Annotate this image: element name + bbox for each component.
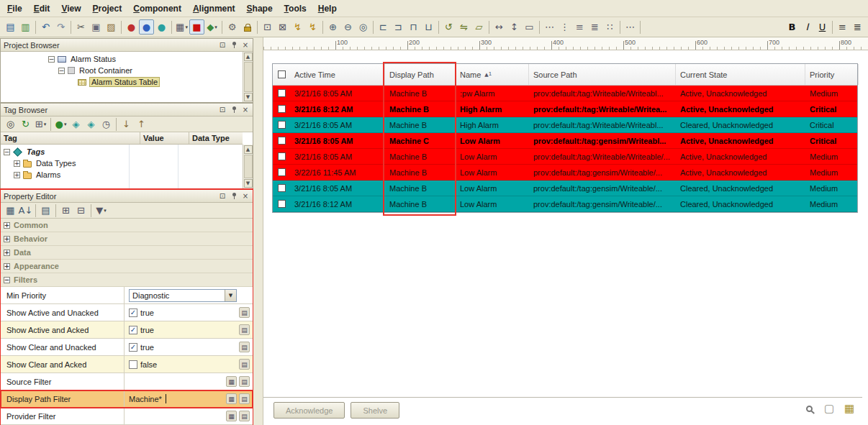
checkbox[interactable] [129,360,137,369]
close-icon[interactable]: × [241,192,250,201]
collapse-icon[interactable]: − [48,56,55,63]
alarm-row[interactable]: 3/21/16 8:05 AMMachine BLow Alarmprov:de… [273,149,857,165]
align-left-icon[interactable]: ⊏ [376,19,391,35]
tag-browser-scrollbar[interactable]: ▲ ▼ [243,145,253,188]
alarm-row[interactable]: 3/21/16 8:12 AMMachine BLow Alarmprov:de… [273,196,857,212]
lock-icon[interactable] [240,19,255,35]
selection-frame-icon[interactable]: ⊡ [260,19,275,35]
tag-column-tag[interactable]: Tag [1,132,140,144]
menu-project[interactable]: Project [87,1,128,17]
skew-icon[interactable]: ▱ [471,19,487,35]
stop-icon[interactable]: ■ [189,19,204,35]
section-appearance[interactable]: +Appearance [1,260,253,273]
pin-icon[interactable] [230,192,238,201]
zoom-in-icon[interactable]: ⊕ [325,19,340,35]
binding-icon[interactable]: ▤ [239,324,250,335]
menu-component[interactable]: Component [127,1,187,17]
alarm-row[interactable]: 3/21/16 8:05 AMMachine CLow Alarmprov:de… [273,133,857,149]
menu-file[interactable]: File [1,1,28,17]
update-project-icon[interactable]: ▥ [18,19,33,35]
menu-alignment[interactable]: Alignment [187,1,241,17]
checkbox[interactable]: ✓ [129,343,137,352]
property-editor-titlebar[interactable]: Property Editor ⊡× [1,190,253,203]
binding-icon[interactable]: ▤ [239,342,250,352]
zoom-reset-icon[interactable]: ◎ [356,19,371,35]
row-checkbox[interactable] [278,184,286,192]
scroll-down-icon[interactable]: ▼ [244,93,253,101]
binding-icon[interactable]: ▤ [239,411,250,421]
cut-icon[interactable]: ✂ [73,19,89,35]
pin-icon[interactable] [230,41,238,50]
quick-launch-alt-icon[interactable]: ↯ [305,19,320,35]
match-size-icon[interactable]: ▭ [522,19,537,35]
translation-icon[interactable]: ● [154,19,169,35]
center-components-icon[interactable]: ∷ [602,19,618,35]
tag-column-data-type[interactable]: Data Type [189,132,243,144]
open-project-icon[interactable]: ▤ [3,19,18,35]
tag-history-icon[interactable]: ◷ [99,116,114,132]
min-priority-dropdown[interactable]: Diagnostic▼ [129,289,237,302]
shelve-button[interactable]: Shelve [351,402,399,419]
table-options-icon[interactable]: ▦▾ [174,19,189,35]
gear-icon[interactable]: ⚙ [225,19,240,35]
tag-browser-titlebar[interactable]: Tag Browser ⊡× [1,104,253,116]
float-window-icon[interactable]: ⊡ [218,41,227,50]
row-checkbox[interactable] [278,152,286,160]
filter-props-icon[interactable]: ▼▾ [94,203,109,218]
space-v-icon[interactable]: ≣ [587,19,602,35]
find-tag-icon[interactable]: ◎ [3,116,18,132]
text-align-left-icon[interactable]: ≡ [835,19,850,35]
dock-splitter[interactable] [253,37,263,425]
float-window-icon[interactable]: ⊡ [218,192,227,201]
project-node-alarm-status[interactable]: −Alarm Status [1,53,253,65]
rotate-ccw-icon[interactable]: ↺ [441,19,456,35]
menu-edit[interactable]: Edit [28,1,56,17]
column-header-source-path[interactable]: Source Path [529,64,676,85]
binding-icon[interactable]: ▤ [239,393,250,404]
expand-icon[interactable]: + [4,263,10,270]
paste-icon[interactable]: ▨ [104,19,119,35]
expand-icon[interactable]: + [14,160,20,167]
undo-icon[interactable]: ↶ [38,19,53,35]
refresh-tags-icon[interactable]: ↻ [18,116,33,132]
binding-icon[interactable]: ▤ [239,376,250,387]
text-align-justify-icon[interactable]: ≣ [850,19,865,35]
column-header-priority[interactable]: Priority [805,64,859,85]
alarm-row[interactable]: 3/21/16 8:05 AMMachine B:pw Alarmprov:de… [273,86,857,101]
collapse-icon[interactable]: − [58,68,65,74]
column-header-display-path[interactable]: Display Path [385,64,456,85]
menu-help[interactable]: Help [312,1,343,17]
match-width-icon[interactable]: ↔ [492,19,507,35]
expand-icon[interactable]: + [4,236,10,242]
alarm-row[interactable]: 3/21/16 8:05 AMMachine BHigh Alarmprov:d… [273,117,857,133]
property-value[interactable]: ✓true [125,304,221,321]
project-node-root-container[interactable]: −Root Container [1,65,253,76]
row-checkbox[interactable] [278,137,286,145]
section-behavior[interactable]: +Behavior [1,232,253,246]
dataset-view-icon[interactable]: ▦ [842,401,856,416]
row-checkbox[interactable] [278,89,286,97]
column-header-name[interactable]: Name▲1 [456,64,529,85]
align-bottom-icon[interactable]: ⊔ [421,19,436,35]
column-header-active-time[interactable]: Active Time [290,64,385,85]
row-checkbox[interactable] [278,200,286,208]
space-h-icon[interactable]: ≡ [572,19,587,35]
menu-tools[interactable]: Tools [279,1,312,17]
quick-launch-icon[interactable]: ↯ [290,19,305,35]
new-tag-icon[interactable]: ⊞▾ [33,116,48,132]
checkbox[interactable]: ✓ [129,326,137,334]
underline-icon[interactable]: U [815,19,830,35]
more-tools-icon[interactable]: ⋯ [623,19,638,35]
tag-node-tags[interactable]: −Tags [1,146,253,157]
report-panel-icon[interactable]: ▢ [822,401,836,416]
italic-icon[interactable]: I [800,19,815,35]
close-icon[interactable]: × [241,41,250,50]
project-browser-scrollbar[interactable]: ▲ ▼ [243,52,253,102]
alarm-row[interactable]: 3/21/16 8:05 AMMachine BLow Alarmprov:de… [273,180,857,196]
row-checkbox[interactable] [278,105,286,113]
db-query-icon[interactable]: ● [124,19,139,35]
categorize-props-icon[interactable]: ▦ [3,203,18,218]
udt-instance-icon[interactable]: ◈ [83,116,99,132]
tag-column-value[interactable]: Value [140,132,189,144]
section-data[interactable]: +Data [1,246,253,260]
